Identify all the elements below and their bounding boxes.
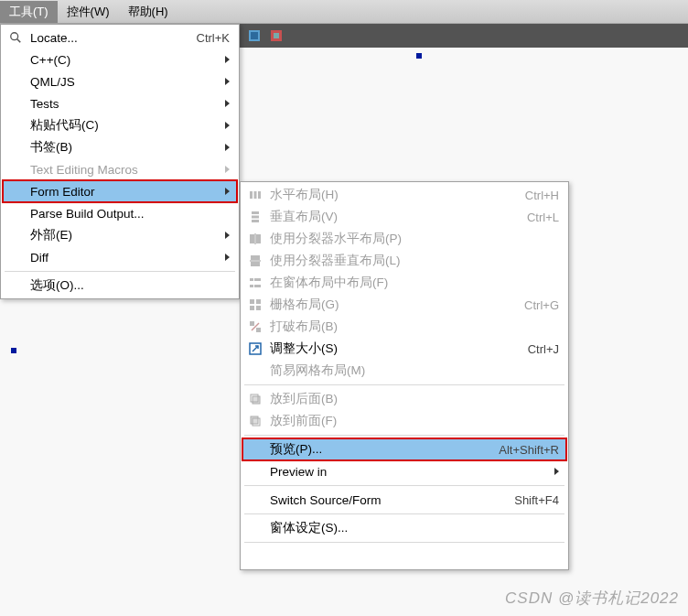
menu-separator: [5, 271, 235, 272]
mi-grid-layout[interactable]: 栅格布局(G)Ctrl+G: [242, 294, 566, 316]
chevron-right-icon: [225, 232, 230, 239]
svg-rect-19: [254, 278, 261, 281]
svg-rect-12: [250, 234, 254, 243]
svg-point-4: [11, 33, 18, 40]
svg-rect-25: [256, 306, 261, 310]
mi-splitter-h[interactable]: 使用分裂器水平布局(P): [242, 228, 566, 250]
menu-separator: [244, 542, 564, 543]
mi-adjust-size[interactable]: 调整大小(S)Ctrl+J: [242, 338, 566, 360]
svg-line-5: [17, 39, 21, 43]
mi-preview[interactable]: 预览(P)...Alt+Shift+R: [242, 438, 566, 460]
mi-layout-v[interactable]: 垂直布局(V)Ctrl+L: [242, 206, 566, 228]
selection-handle-left[interactable]: [11, 348, 16, 353]
svg-rect-15: [251, 255, 260, 260]
mi-text-macros[interactable]: Text Editing Macros: [3, 158, 237, 180]
menu-help[interactable]: 帮助(H): [119, 1, 177, 23]
mi-diff[interactable]: Diff: [3, 246, 237, 268]
chevron-right-icon: [225, 122, 230, 129]
mi-form-editor[interactable]: Form Editor: [3, 180, 237, 202]
bring-front-icon: [248, 414, 263, 428]
form-editor-menu: 水平布局(H)Ctrl+H 垂直布局(V)Ctrl+L 使用分裂器水平布局(P)…: [240, 181, 569, 570]
grid-layout-icon: [248, 297, 263, 312]
svg-rect-16: [251, 262, 260, 266]
splitter-h-icon: [248, 232, 263, 246]
chevron-right-icon: [225, 188, 230, 195]
svg-rect-30: [253, 396, 260, 404]
svg-rect-23: [256, 299, 261, 304]
svg-rect-6: [250, 191, 253, 199]
mi-send-back[interactable]: 放到后面(B): [242, 388, 566, 410]
chevron-right-icon: [225, 100, 230, 107]
svg-rect-27: [256, 328, 261, 332]
mi-paste-code[interactable]: 粘贴代码(C): [3, 114, 237, 136]
chevron-right-icon: [225, 78, 230, 85]
chevron-right-icon: [225, 56, 230, 63]
svg-rect-24: [250, 306, 254, 310]
toolbar-icon-2[interactable]: [269, 28, 284, 43]
menu-widgets[interactable]: 控件(W): [58, 1, 119, 23]
mi-parse-build[interactable]: Parse Build Output...: [3, 202, 237, 224]
resize-icon: [248, 341, 263, 356]
mi-external[interactable]: 外部(E): [3, 224, 237, 246]
mi-locate[interactable]: Locate... Ctrl+K: [3, 27, 237, 49]
menu-separator: [244, 384, 564, 385]
mi-switch-source-form[interactable]: Switch Source/FormShift+F4: [242, 489, 566, 511]
mi-splitter-v[interactable]: 使用分裂器垂直布局(L): [242, 250, 566, 272]
svg-rect-11: [252, 220, 259, 222]
mi-qmljs[interactable]: QML/JS: [3, 70, 237, 92]
mi-bring-front[interactable]: 放到前面(F): [242, 410, 566, 432]
chevron-right-icon: [225, 254, 230, 261]
svg-rect-9: [252, 211, 259, 214]
layout-v-icon: [248, 210, 263, 224]
svg-rect-1: [251, 32, 258, 39]
svg-rect-20: [250, 285, 253, 287]
tools-menu: Locate... Ctrl+K C++(C) QML/JS Tests 粘贴代…: [0, 24, 240, 299]
mi-preview-in[interactable]: Preview in: [242, 460, 566, 482]
mi-tests[interactable]: Tests: [3, 92, 237, 114]
mi-form-settings[interactable]: 窗体设定(S)...: [242, 517, 566, 539]
mi-cpp[interactable]: C++(C): [3, 49, 237, 70]
search-icon: [8, 30, 23, 45]
toolbar-icon-1[interactable]: [247, 28, 262, 43]
chevron-right-icon: [225, 166, 230, 173]
svg-rect-26: [250, 321, 254, 326]
menu-separator: [244, 513, 564, 514]
svg-rect-21: [254, 285, 261, 287]
svg-rect-13: [256, 234, 261, 243]
svg-rect-7: [254, 191, 257, 199]
mi-layout-h[interactable]: 水平布局(H)Ctrl+H: [242, 184, 566, 206]
selection-handle-top[interactable]: [416, 53, 422, 59]
mi-simplify-grid[interactable]: 简易网格布局(M): [242, 360, 566, 382]
splitter-v-icon: [248, 254, 263, 268]
svg-rect-8: [258, 191, 261, 199]
svg-rect-18: [250, 278, 253, 281]
svg-rect-22: [250, 299, 254, 304]
chevron-right-icon: [225, 144, 230, 151]
send-back-icon: [248, 392, 263, 406]
mi-bookmarks[interactable]: 书签(B): [3, 136, 237, 158]
form-layout-icon: [248, 276, 263, 290]
chevron-right-icon: [554, 468, 559, 475]
menubar: 工具(T) 控件(W) 帮助(H): [0, 0, 688, 24]
menu-separator: [244, 435, 564, 436]
mi-break-layout[interactable]: 打破布局(B): [242, 316, 566, 338]
svg-rect-32: [251, 416, 258, 424]
break-layout-icon: [248, 319, 263, 334]
mi-form-layout[interactable]: 在窗体布局中布局(F): [242, 272, 566, 294]
mi-about-designer-plugins[interactable]: [242, 546, 566, 567]
watermark: CSDN @读书札记2022: [505, 588, 679, 609]
mi-options[interactable]: 选项(O)...: [3, 275, 237, 297]
svg-rect-3: [274, 33, 279, 38]
svg-rect-10: [252, 216, 259, 219]
layout-h-icon: [248, 188, 263, 202]
menu-separator: [244, 485, 564, 486]
menu-tools[interactable]: 工具(T): [0, 1, 58, 23]
